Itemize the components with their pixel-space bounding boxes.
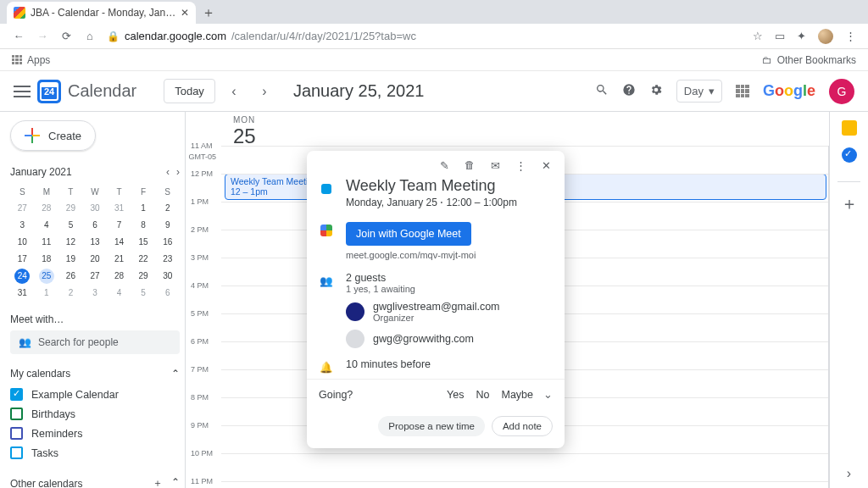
reader-icon[interactable]: ▭ xyxy=(775,30,785,42)
mini-cal-day[interactable]: 30 xyxy=(155,268,180,285)
create-button[interactable]: Create xyxy=(10,120,96,151)
keep-icon[interactable] xyxy=(842,120,857,136)
calendar-toggle[interactable]: Reminders xyxy=(10,424,180,443)
delete-icon[interactable]: 🗑 xyxy=(463,159,476,172)
edit-icon[interactable]: ✎ xyxy=(437,159,451,172)
mini-cal-day[interactable]: 27 xyxy=(10,200,35,217)
mini-cal-day[interactable]: 22 xyxy=(131,251,156,268)
hamburger-icon[interactable] xyxy=(14,86,31,97)
mini-cal-day[interactable]: 7 xyxy=(107,217,131,234)
google-apps-icon[interactable] xyxy=(736,85,749,98)
hour-slot[interactable]: 10 PM xyxy=(221,453,828,481)
prev-day-button[interactable]: ‹ xyxy=(222,84,246,99)
join-meet-button[interactable]: Join with Google Meet xyxy=(346,222,471,246)
star-icon[interactable]: ☆ xyxy=(753,30,763,42)
mini-cal-day[interactable]: 2 xyxy=(155,200,180,217)
my-calendars-header[interactable]: My calendars⌃ xyxy=(10,368,180,380)
rsvp-yes[interactable]: Yes xyxy=(447,389,464,401)
forward-icon[interactable]: → xyxy=(36,30,49,42)
mini-cal-day[interactable]: 15 xyxy=(131,234,156,251)
mini-cal-day[interactable]: 5 xyxy=(131,285,156,302)
browser-tab[interactable]: JBA - Calendar - Monday, Jan… ✕ xyxy=(7,2,196,24)
hour-slot[interactable]: 11 PM xyxy=(221,481,828,488)
mini-calendar[interactable]: SMTWTFS272829303112345678910111213141516… xyxy=(10,183,180,302)
account-avatar[interactable]: G xyxy=(829,79,854,104)
mini-cal-day[interactable]: 31 xyxy=(10,285,35,302)
mini-cal-day[interactable]: 31 xyxy=(107,200,131,217)
mini-cal-day[interactable]: 20 xyxy=(83,251,108,268)
mini-cal-day[interactable]: 29 xyxy=(58,200,83,217)
view-selector[interactable]: Day▾ xyxy=(676,80,722,103)
mini-cal-day[interactable]: 9 xyxy=(155,217,180,234)
mini-cal-day[interactable]: 18 xyxy=(35,251,59,268)
mini-cal-day[interactable]: 11 xyxy=(35,234,59,251)
mini-prev-button[interactable]: ‹ xyxy=(166,166,170,178)
mini-cal-day[interactable]: 17 xyxy=(10,251,35,268)
mini-cal-day[interactable]: 2 xyxy=(58,285,83,302)
mini-cal-day[interactable]: 3 xyxy=(83,285,108,302)
calendar-toggle[interactable]: Tasks xyxy=(10,443,180,463)
email-icon[interactable]: ✉ xyxy=(488,159,502,172)
mini-cal-day[interactable]: 12 xyxy=(58,234,83,251)
add-calendar-icon[interactable]: ＋ xyxy=(153,476,163,488)
mini-cal-day[interactable]: 26 xyxy=(58,268,83,285)
mini-cal-day[interactable]: 28 xyxy=(107,268,131,285)
mini-cal-day[interactable]: 27 xyxy=(83,268,108,285)
meet-link[interactable]: meet.google.com/mqv-mvjt-moi xyxy=(346,250,476,260)
search-people-placeholder: Search for people xyxy=(38,336,119,348)
close-icon[interactable]: ✕ xyxy=(181,7,189,19)
today-button[interactable]: Today xyxy=(164,79,215,103)
other-bookmarks[interactable]: Other Bookmarks xyxy=(777,54,856,66)
mini-cal-day[interactable]: 8 xyxy=(131,217,156,234)
tasks-icon[interactable] xyxy=(842,147,857,163)
mini-cal-day[interactable]: 28 xyxy=(35,200,59,217)
mini-cal-day[interactable]: 13 xyxy=(83,234,108,251)
propose-time-button[interactable]: Propose a new time xyxy=(378,416,485,436)
calendar-toggle[interactable]: Birthdays xyxy=(10,404,180,424)
apps-button[interactable]: Apps xyxy=(12,54,50,66)
chevron-down-icon[interactable]: ⌄ xyxy=(543,388,553,401)
back-icon[interactable]: ← xyxy=(12,30,25,42)
calendar-toggle[interactable]: Example Calendar xyxy=(10,385,180,404)
rsvp-maybe[interactable]: Maybe xyxy=(501,389,533,401)
mini-cal-day[interactable]: 4 xyxy=(107,285,131,302)
mini-cal-day[interactable]: 30 xyxy=(83,200,108,217)
mini-cal-day[interactable]: 23 xyxy=(155,251,180,268)
mini-cal-day[interactable]: 1 xyxy=(131,200,156,217)
mini-cal-day[interactable]: 1 xyxy=(35,285,59,302)
create-label: Create xyxy=(48,130,81,142)
mini-cal-day[interactable]: 29 xyxy=(131,268,156,285)
profile-avatar[interactable] xyxy=(818,29,833,44)
mini-cal-day[interactable]: 5 xyxy=(58,217,83,234)
help-icon[interactable] xyxy=(622,83,636,100)
next-day-button[interactable]: › xyxy=(253,84,276,99)
add-note-button[interactable]: Add note xyxy=(492,416,553,436)
reload-icon[interactable]: ⟳ xyxy=(59,30,73,42)
search-icon[interactable] xyxy=(595,83,609,100)
new-tab-button[interactable]: ＋ xyxy=(199,3,218,22)
rsvp-no[interactable]: No xyxy=(476,389,489,401)
extensions-icon[interactable]: ✦ xyxy=(797,30,806,42)
options-icon[interactable]: ⋮ xyxy=(514,159,527,172)
gear-icon[interactable] xyxy=(649,83,663,100)
mini-cal-day[interactable]: 4 xyxy=(35,217,59,234)
mini-cal-day[interactable]: 6 xyxy=(83,217,108,234)
mini-cal-day[interactable]: 21 xyxy=(107,251,131,268)
mini-cal-day[interactable]: 10 xyxy=(10,234,35,251)
mini-cal-day[interactable]: 3 xyxy=(10,217,35,234)
mini-cal-day[interactable]: 25 xyxy=(35,268,59,285)
mini-next-button[interactable]: › xyxy=(176,166,180,178)
address-bar[interactable]: 🔒 calendar.google.com/calendar/u/4/r/day… xyxy=(107,30,743,42)
home-icon[interactable]: ⌂ xyxy=(83,30,97,42)
mini-cal-day[interactable]: 16 xyxy=(155,234,180,251)
mini-cal-day[interactable]: 6 xyxy=(155,285,180,302)
menu-icon[interactable]: ⋮ xyxy=(845,30,856,42)
close-icon[interactable]: ✕ xyxy=(539,159,553,172)
add-addon-button[interactable]: ＋ xyxy=(837,181,860,215)
other-calendars-header[interactable]: Other calendars ＋ ⌃ xyxy=(10,476,180,488)
mini-cal-day[interactable]: 24 xyxy=(10,268,35,285)
hide-panel-button[interactable]: › xyxy=(847,466,851,481)
mini-cal-day[interactable]: 19 xyxy=(58,251,83,268)
search-people-input[interactable]: 👥 Search for people xyxy=(10,330,180,354)
mini-cal-day[interactable]: 14 xyxy=(107,234,131,251)
